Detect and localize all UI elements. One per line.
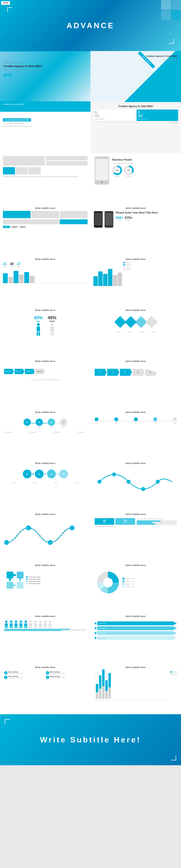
at-row4: Lorem ipsum [95,636,177,640]
why4-text: Why Traveling Lorem ipsum dolor sit amet [50,676,65,679]
ct-text3: Lorem ipsum [52,431,62,433]
svg-rect-74 [40,626,42,628]
ct4: 04 Label [60,418,67,428]
agency4-subtitle: Image Headline [94,122,178,123]
td3-text: 2020 [135,422,137,424]
bar-group3: C [102,669,105,700]
tag3: Label 03 [19,226,26,228]
svg-rect-53 [14,626,16,628]
step1-img [95,114,100,118]
slide-agency-steps: Creative Agency to Start With! 01. Lorem… [90,102,181,153]
slide17-subtitle: Write Subtitle Here! [94,411,178,413]
slide-path-left: Write Subtitle Here! 1 2 3 4 [0,510,90,561]
svg-rect-12 [50,327,54,331]
stats-right: Lorem ipsum dolor sit amet consectetur a… [137,518,177,527]
slide18-subtitle: Write Subtitle Here! [3,462,87,464]
info2-num: 38 [10,262,14,266]
slide26-subtitle: Write Subtitle Here! [3,666,87,669]
svg-rect-73 [39,626,40,628]
bar2-2 [98,271,103,286]
ct2: 02 Label [36,418,43,428]
slide8-subtitle: Write Subtitle Here! [3,207,87,209]
bg4-b1 [105,680,108,691]
slide-pie: Write Subtitle Here! Category A - 25% Ca… [90,561,181,612]
bg4-label: D [106,699,107,700]
at-dot1 [95,622,97,624]
why3: ✈ Why Traveling Lorem ipsum dolor sit am… [4,676,45,679]
legend2: Category B [123,264,178,266]
arrows-row: 1 2 3 4 5 [94,364,178,381]
phone1-svg [94,211,103,228]
cf1: 01 [23,470,32,478]
row-13: Write Subtitle Here! Write Subtitle Here… [0,612,181,663]
svg-point-11 [51,323,53,326]
arrow1: 1 [95,369,107,376]
bg5-label: E [109,699,110,700]
corner-decoration-br [169,39,174,44]
cf4: 04 [59,470,68,478]
svg-rect-82 [50,626,51,628]
slide25-subtitle: Write Subtitle Here! [94,615,178,618]
ct-line2 [43,423,48,424]
bl1: Series A [170,671,177,673]
svg-point-17 [126,480,131,484]
cfl1: Lorem [9,482,19,484]
slide13-subtitle: Write Subtitle Here! [94,309,178,311]
svg-point-27 [48,540,52,545]
td4-text: 2021 [154,422,157,424]
num1: 540+ [116,216,123,220]
mbar-fill2 [137,522,153,523]
svg-rect-77 [44,626,45,628]
ct2-label: Label [38,426,40,428]
at-bar4-text: Lorem ipsum [99,637,106,639]
ribbon-text: Creative Agency to Start With! [0,102,90,106]
diamond-labels: Label 01 Label 02 Label 03 Label 04 [94,331,178,333]
puzzle-svg [5,570,25,590]
thanks-corner-tl [5,719,10,724]
slide-best-title: Write Subtitle Here! Please Enter Your B… [90,204,181,255]
person2-svg [48,322,56,337]
stat1-label: Male [34,320,43,322]
slide-agency-blue: Lorem ipsum dolor sit amet Creative Agen… [0,51,90,102]
info2: 38 Lorem [10,262,14,267]
agency-btn[interactable]: Button [4,74,12,76]
small-label: Lorem ipsum dolor sit amet [4,62,87,63]
at-dot3 [95,632,97,634]
bar-chart [3,269,87,283]
svg-rect-80 [48,623,51,626]
cf-labels: Lorem Lorem Lorem Lorem [3,482,87,484]
agency3-body: Lorem ipsum dolor sit amet consectetur [3,123,87,124]
phone2-svg [104,211,114,228]
info3-num: 17 [17,262,21,266]
why1-text: Why Traveling Lorem ipsum dolor sit amet [8,671,23,674]
svg-point-18 [141,487,145,491]
slide-thanks: Write Subtitle Here! [0,714,181,765]
pie-svg [96,570,120,595]
pie-content: Category A - 25% Category B - 25% Catego… [94,568,178,597]
diamond3 [135,316,147,328]
svg-rect-69 [34,626,35,628]
bg5-b1 [108,673,111,687]
bars-legend: Series A Series B [170,671,177,701]
why4: ♥ Why Traveling Lorem ipsum dolor sit am… [46,676,86,679]
td4-dot [153,417,157,421]
tag2: Label 02 [11,226,18,228]
num2-label: Lorem [125,220,133,221]
bg3-label: C [103,699,104,700]
legend4: Category D [123,269,178,270]
ct-text4: Lorem ipsum [77,431,86,433]
cf-arrow1 [33,473,34,475]
info1: 21 Lorem [3,262,7,267]
svg-rect-1 [95,159,108,180]
step2-num: 02. [138,111,177,113]
slide9-subtitle: Write Subtitle Here! [94,207,178,209]
at-bar2: Lorem ipsum [97,626,177,630]
timeline-dots: 2018 2019 2020 2021 2022 [95,417,177,424]
best-title: Please Enter Your Best Title Here [116,211,178,214]
num1-block: 540+ Lorem [116,216,123,221]
svg-rect-9 [37,332,38,336]
bar2 [8,277,13,283]
bar-group2: B [99,675,101,700]
row-5: Write Subtitle Here! Label 01 Label 02 L… [0,204,181,255]
svg-point-63 [29,620,32,623]
